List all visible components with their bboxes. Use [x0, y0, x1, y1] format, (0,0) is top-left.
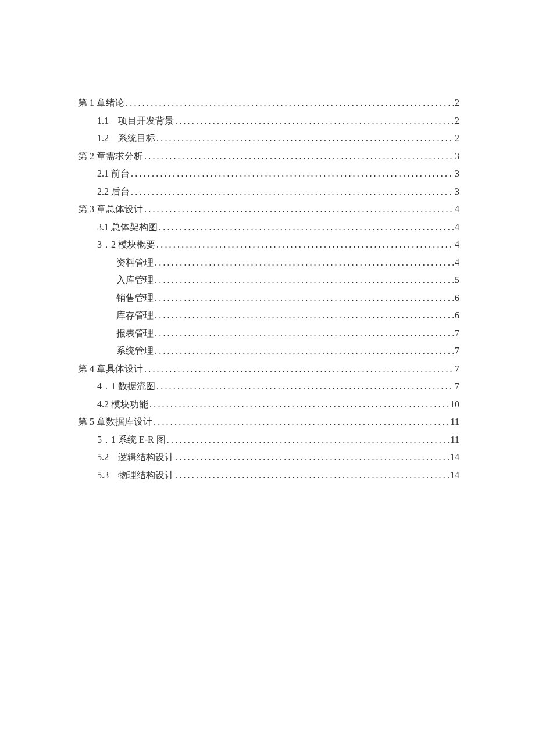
toc-page-number: 3 [455, 183, 459, 201]
toc-entry[interactable]: 2.1 前台3 [78, 165, 459, 183]
toc-page-number: 6 [455, 289, 459, 307]
toc-leader [155, 271, 454, 289]
toc-label: 2.1 前台 [97, 165, 130, 183]
toc-entry[interactable]: 1.1 项目开发背景2 [78, 112, 459, 130]
toc-page-number: 4 [455, 218, 459, 237]
toc-page-number: 2 [455, 112, 459, 130]
toc-page-number: 14 [450, 467, 459, 485]
toc-leader [144, 200, 454, 218]
toc-leader [175, 112, 454, 130]
toc-entry[interactable]: 第 3 章总体设计4 [78, 200, 459, 218]
toc-entry[interactable]: 销售管理6 [78, 289, 459, 307]
toc-leader [175, 467, 449, 485]
toc-page-number: 5 [455, 271, 459, 289]
toc-leader [144, 360, 454, 378]
toc-page-number: 7 [455, 342, 459, 360]
toc-page-number: 2 [455, 94, 459, 112]
toc-page-number: 4 [455, 200, 459, 218]
toc-label: 报表管理 [116, 325, 154, 343]
toc-label: 5.3 物理结构设计 [97, 467, 174, 485]
toc-page-number: 6 [455, 307, 459, 325]
toc-label: 5.2 逻辑结构设计 [97, 449, 174, 467]
toc-leader [131, 183, 454, 201]
toc-page-number: 2 [455, 130, 459, 148]
toc-page-number: 11 [451, 431, 459, 449]
toc-label: 销售管理 [116, 289, 154, 307]
toc-entry[interactable]: 5.2 逻辑结构设计14 [78, 449, 459, 467]
toc-entry[interactable]: 报表管理7 [78, 325, 459, 343]
toc-label: 4．1 数据流图 [97, 378, 155, 396]
toc-label: 第 5 章数据库设计 [78, 413, 152, 431]
toc-label: 4.2 模块功能 [97, 396, 148, 414]
toc-entry[interactable]: 入库管理5 [78, 271, 459, 289]
toc-leader [144, 148, 454, 166]
toc-label: 入库管理 [116, 271, 154, 289]
toc-label: 5．1 系统 E-R 图 [97, 431, 166, 449]
toc-leader [155, 325, 454, 343]
toc-entry[interactable]: 第 2 章需求分析3 [78, 148, 459, 166]
toc-page-number: 14 [450, 449, 459, 467]
toc-label: 1.1 项目开发背景 [97, 112, 174, 130]
page-container: 第 1 章绪论21.1 项目开发背景21.2 系统目标2第 2 章需求分析32.… [0, 0, 535, 484]
toc-entry[interactable]: 1.2 系统目标2 [78, 130, 459, 148]
toc-leader [131, 165, 454, 183]
toc-label: 3．2 模块概要 [97, 236, 155, 254]
toc-entry[interactable]: 4．1 数据流图7 [78, 378, 459, 396]
toc-entry[interactable]: 库存管理6 [78, 307, 459, 325]
toc-label: 第 3 章总体设计 [78, 200, 143, 218]
toc-leader [149, 396, 449, 414]
toc-entry[interactable]: 系统管理7 [78, 342, 459, 360]
toc-leader [159, 218, 454, 237]
toc-label: 第 1 章绪论 [78, 94, 124, 112]
toc-leader [155, 307, 454, 325]
toc-leader [155, 289, 454, 307]
toc-leader [175, 449, 449, 467]
toc-label: 系统管理 [116, 342, 154, 360]
toc-label: 3.1 总体架构图 [97, 218, 158, 237]
toc-label: 第 4 章具体设计 [78, 360, 143, 378]
toc-page-number: 7 [455, 378, 459, 396]
toc-entry[interactable]: 资料管理4 [78, 254, 459, 272]
toc-page-number: 3 [455, 165, 459, 183]
toc-leader [156, 236, 454, 254]
table-of-contents: 第 1 章绪论21.1 项目开发背景21.2 系统目标2第 2 章需求分析32.… [78, 94, 459, 484]
toc-leader [167, 431, 450, 449]
toc-leader [155, 342, 454, 360]
toc-page-number: 7 [455, 360, 459, 378]
toc-leader [154, 413, 450, 431]
toc-page-number: 4 [455, 236, 459, 254]
toc-leader [156, 378, 454, 396]
toc-entry[interactable]: 第 5 章数据库设计11 [78, 413, 459, 431]
toc-entry[interactable]: 3.1 总体架构图4 [78, 218, 459, 237]
toc-label: 资料管理 [116, 254, 154, 272]
toc-page-number: 10 [450, 396, 459, 414]
toc-leader [155, 254, 454, 272]
toc-label: 库存管理 [116, 307, 154, 325]
toc-entry[interactable]: 4.2 模块功能10 [78, 396, 459, 414]
toc-entry[interactable]: 3．2 模块概要4 [78, 236, 459, 254]
toc-label: 2.2 后台 [97, 183, 130, 201]
toc-page-number: 4 [455, 254, 459, 272]
toc-entry[interactable]: 第 4 章具体设计7 [78, 360, 459, 378]
toc-leader [126, 94, 454, 112]
toc-entry[interactable]: 5．1 系统 E-R 图11 [78, 431, 459, 449]
toc-page-number: 11 [451, 413, 459, 431]
toc-label: 1.2 系统目标 [97, 130, 155, 148]
toc-page-number: 7 [455, 325, 459, 343]
toc-entry[interactable]: 第 1 章绪论2 [78, 94, 459, 112]
toc-entry[interactable]: 2.2 后台3 [78, 183, 459, 201]
toc-page-number: 3 [455, 148, 459, 166]
toc-leader [156, 130, 454, 148]
toc-label: 第 2 章需求分析 [78, 148, 143, 166]
toc-entry[interactable]: 5.3 物理结构设计14 [78, 467, 459, 485]
